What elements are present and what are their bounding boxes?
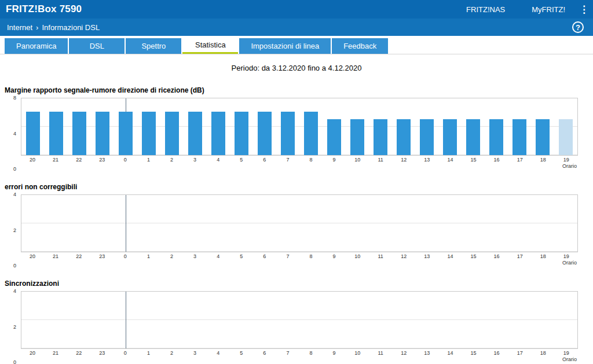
bar-slot: [114, 292, 137, 348]
x-tick-label: 2: [160, 350, 183, 356]
tab-panoramica[interactable]: Panoramica: [5, 38, 68, 54]
chart-body: 024 202122230123456789101112131415161718…: [21, 291, 578, 362]
bar-slot: [369, 98, 392, 155]
bar-slot: [462, 292, 485, 348]
x-tick-label: 17: [508, 350, 532, 356]
bar: [165, 112, 179, 155]
tab-spettro[interactable]: Spettro: [126, 38, 181, 54]
bar-slot: [415, 292, 438, 348]
x-tick-label: 13: [415, 253, 438, 259]
x-tick-label: 18: [532, 350, 555, 356]
kebab-menu-icon[interactable]: ⋮: [579, 3, 587, 16]
x-tick-label: 4: [207, 253, 230, 259]
x-tick-label: 12: [392, 157, 415, 163]
help-icon[interactable]: ?: [572, 21, 584, 33]
bar-slot: [392, 292, 415, 348]
tab-feedback[interactable]: Feedback: [332, 38, 388, 54]
bar-slot: [114, 195, 137, 252]
x-tick-label: 18: [532, 157, 555, 163]
bar-slot: [485, 292, 508, 348]
x-tick-label: 0: [114, 350, 137, 356]
x-tick-label: 9: [323, 157, 346, 163]
x-tick-label: 17: [508, 157, 532, 163]
bar-slot: [114, 98, 137, 155]
tab-dsl[interactable]: DSL: [69, 38, 125, 54]
y-axis: 048: [2, 98, 19, 169]
chart-snr-margin: Margine rapporto segnale-rumore direzion…: [0, 86, 593, 169]
x-tick-label: 8: [299, 253, 323, 259]
bar-slot: [531, 195, 554, 252]
x-tick-label: 14: [438, 157, 462, 163]
breadcrumb-separator-icon: ›: [36, 23, 38, 32]
x-tick-label: 19: [555, 157, 578, 163]
chart-body: 048 202122230123456789101112131415161718…: [21, 98, 578, 169]
bar-slot: [91, 292, 114, 348]
tab-impostazioni-di-linea[interactable]: Impostazioni di linea: [239, 38, 331, 54]
bar: [327, 119, 341, 155]
x-tick-label: 13: [415, 350, 438, 356]
x-tick-label: 5: [230, 350, 253, 356]
x-tick-label: 6: [253, 350, 276, 356]
breadcrumb-page: Informazioni DSL: [42, 23, 100, 32]
bar: [119, 112, 133, 155]
x-tick-label: 20: [21, 253, 44, 259]
x-tick-label: 0: [114, 157, 137, 163]
x-tick-label: 17: [508, 253, 532, 259]
x-tick-label: 23: [90, 253, 114, 259]
bar-slot: [207, 98, 230, 155]
chart-synchronizations: Sincronizzazioni 024 2021222301234567891…: [0, 280, 593, 362]
x-tick-label: 8: [299, 350, 323, 356]
bar-slot: [276, 195, 299, 252]
x-tick-label: 20: [21, 350, 44, 356]
bar-slot: [299, 195, 323, 252]
x-axis-label: Orario: [21, 356, 578, 362]
x-tick-label: 3: [184, 253, 207, 259]
bar: [258, 112, 272, 155]
breadcrumb-section[interactable]: Internet: [7, 23, 32, 32]
bar-slot: [485, 195, 508, 252]
tab-strip: Panoramica DSL Spettro Statistica Impost…: [0, 36, 593, 54]
chart-uncorrectable-errors: errori non correggibili 024 202122230123…: [0, 183, 593, 266]
plot-area: [21, 194, 578, 252]
bar-slot: [230, 292, 253, 348]
x-tick-label: 4: [207, 157, 230, 163]
myfritz-link[interactable]: MyFRITZ!: [532, 5, 565, 14]
bar-slot: [392, 98, 415, 155]
x-tick-label: 2: [160, 157, 183, 163]
x-tick-label: 14: [438, 350, 462, 356]
bar-slot: [392, 195, 415, 252]
x-tick-label: 10: [346, 253, 369, 259]
bar-slot: [415, 195, 438, 252]
plot-area: [21, 291, 578, 349]
fritznas-link[interactable]: FRITZ!NAS: [466, 5, 505, 14]
x-tick-label: 1: [137, 350, 160, 356]
x-axis: 20212223012345678910111213141516171819: [21, 157, 578, 163]
y-tick-label: 2: [13, 227, 16, 233]
bar-slot: [554, 98, 577, 155]
x-tick-label: 15: [462, 253, 485, 259]
x-tick-label: 7: [276, 253, 299, 259]
app-title: FRITZ!Box 7590: [6, 3, 82, 15]
x-tick-label: 21: [44, 253, 67, 259]
bar-slot: [554, 195, 577, 252]
chart-title: errori non correggibili: [5, 183, 593, 191]
bar-slot: [323, 195, 346, 252]
x-tick-label: 12: [392, 350, 415, 356]
bar-slot: [369, 292, 392, 348]
chart-title: Margine rapporto segnale-rumore direzion…: [5, 86, 593, 94]
bar-slot: [21, 292, 45, 348]
y-tick-label: 0: [13, 263, 16, 269]
bar-slot: [531, 292, 554, 348]
bar-slot: [91, 195, 114, 252]
y-axis: 024: [2, 194, 19, 266]
bar: [420, 119, 434, 155]
tab-statistica[interactable]: Statistica: [182, 38, 238, 54]
bar-slot: [207, 292, 230, 348]
bar-slot: [21, 195, 45, 252]
bar: [536, 119, 550, 155]
bar: [72, 112, 86, 155]
bar-slot: [438, 292, 462, 348]
chart-title: Sincronizzazioni: [5, 280, 593, 288]
bars-layer: [21, 292, 577, 348]
bar: [304, 112, 318, 155]
